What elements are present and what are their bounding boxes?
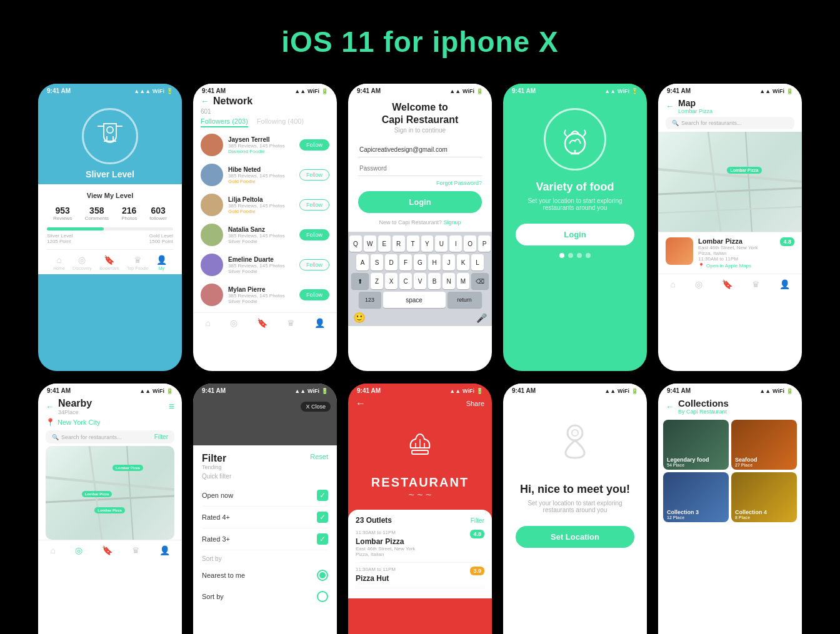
open-maps-link[interactable]: 📍 Open in Apple Maps: [698, 263, 775, 269]
back-arrow-2[interactable]: ←: [201, 96, 209, 106]
set-location-button[interactable]: Set Location: [516, 526, 634, 548]
key-p[interactable]: P: [478, 235, 491, 252]
emoji-key[interactable]: 🙂: [353, 312, 366, 324]
key-j[interactable]: J: [442, 254, 455, 270]
phone-silver-level: 9:41 AM ▲▲▲ WiFi 🔋 Sliver Level: [38, 84, 182, 371]
map-view: Lombar Pizza: [658, 132, 802, 232]
back-arrow-10[interactable]: ←: [666, 402, 674, 412]
nav-top-foodie[interactable]: ♛ Top Foodie: [127, 255, 149, 270]
key-r[interactable]: R: [392, 235, 405, 252]
nav-my-5[interactable]: 👤: [779, 279, 790, 289]
email-input[interactable]: [358, 142, 482, 157]
key-t[interactable]: T: [407, 235, 419, 252]
filter-link[interactable]: Filter: [154, 433, 168, 440]
nav-bk-6[interactable]: 🔖: [102, 545, 112, 555]
nav-home-6[interactable]: ⌂: [50, 545, 55, 555]
svg-point-19: [572, 430, 578, 436]
key-123[interactable]: 123: [359, 292, 381, 308]
nav-my-2[interactable]: 👤: [314, 318, 325, 328]
nav-my-label: My: [159, 266, 164, 270]
back-arrow-6[interactable]: ←: [46, 402, 54, 412]
key-v[interactable]: V: [414, 273, 426, 289]
nav-tf-6[interactable]: ♛: [132, 545, 140, 555]
key-l[interactable]: L: [471, 254, 484, 270]
key-return[interactable]: return: [448, 292, 482, 308]
nav-my[interactable]: 👤 My: [156, 255, 167, 270]
nav-tf-2[interactable]: ♛: [287, 318, 295, 328]
collection-item-1[interactable]: Legendary food 54 Place: [663, 420, 729, 470]
nav-disc-6[interactable]: ◎: [75, 545, 82, 555]
key-i[interactable]: I: [449, 235, 462, 252]
nav-tf-5[interactable]: ♛: [752, 279, 760, 289]
share-button[interactable]: Share: [466, 400, 484, 407]
collection-item-4[interactable]: Collection 4 8 Place: [731, 472, 797, 522]
key-g[interactable]: G: [414, 254, 426, 270]
key-x[interactable]: X: [385, 273, 398, 289]
avatar: [201, 134, 223, 156]
key-h[interactable]: H: [428, 254, 441, 270]
follow-button[interactable]: Follow: [299, 259, 329, 270]
follow-button[interactable]: Follow: [299, 169, 329, 181]
radio-nearest[interactable]: [317, 570, 328, 581]
filter-icon[interactable]: ≡: [169, 401, 174, 412]
nav-disc-5[interactable]: ◎: [695, 279, 702, 289]
key-s[interactable]: S: [371, 254, 383, 270]
nav-bk-2[interactable]: 🔖: [257, 318, 268, 328]
key-space[interactable]: space: [383, 292, 446, 308]
phone-filter: 9:41 AM ▲▲ WiFi 🔋 X Close Filter Tending…: [193, 384, 337, 634]
login-button-4[interactable]: Login: [516, 224, 634, 245]
nav-my-6[interactable]: 👤: [159, 545, 170, 555]
back-arrow-5[interactable]: ←: [666, 101, 674, 111]
key-e[interactable]: E: [378, 235, 391, 252]
nav-home-2[interactable]: ⌂: [205, 318, 210, 328]
reset-button[interactable]: Reset: [310, 453, 328, 460]
collection-item-2[interactable]: Seafood 27 Place: [731, 420, 797, 470]
follow-button[interactable]: Follow: [299, 289, 329, 300]
phone-variety: 9:41 AM ▲▲ WiFi 🔋: [503, 84, 647, 371]
nav-bk-5[interactable]: 🔖: [722, 279, 732, 289]
nav-home-5[interactable]: ⌂: [670, 279, 675, 289]
key-c[interactable]: C: [399, 273, 412, 289]
follow-button[interactable]: Follow: [299, 199, 329, 211]
key-z[interactable]: Z: [371, 273, 383, 289]
checkbox-rated3[interactable]: ✓: [317, 533, 328, 545]
key-k[interactable]: K: [457, 254, 469, 270]
password-input[interactable]: [358, 161, 482, 176]
checkbox-open-now[interactable]: ✓: [317, 490, 328, 501]
back-arrow-8[interactable]: ←: [356, 398, 366, 409]
key-a[interactable]: A: [356, 254, 369, 270]
nearby-search[interactable]: 🔍 Search for restaurants... Filter: [46, 430, 174, 443]
key-o[interactable]: O: [464, 235, 476, 252]
stats-row: 953 Reviews 358 Comments 216 Photos 603 …: [47, 206, 173, 221]
key-d[interactable]: D: [385, 254, 398, 270]
tab-followers[interactable]: Followers (203): [201, 117, 248, 127]
follow-button[interactable]: Follow: [299, 229, 329, 240]
key-f[interactable]: F: [399, 254, 412, 270]
list-item: Mylan Pierre 385 Reviews, 145 Photos Sil…: [193, 280, 337, 310]
nav-home[interactable]: ⌂ Home: [53, 255, 65, 270]
tab-following[interactable]: Following (400): [257, 117, 304, 127]
nav-disc-2[interactable]: ◎: [230, 318, 238, 328]
key-u[interactable]: U: [435, 235, 448, 252]
mic-key[interactable]: 🎤: [476, 313, 487, 323]
radio-sortby[interactable]: [317, 591, 328, 602]
key-shift[interactable]: ⬆: [351, 273, 369, 289]
nav-discovery[interactable]: ◎ Discovery: [72, 255, 92, 270]
forgot-password-link[interactable]: Forgot Password?: [358, 180, 482, 186]
key-q[interactable]: Q: [349, 235, 362, 252]
key-n[interactable]: N: [442, 273, 455, 289]
follow-button[interactable]: Follow: [299, 139, 329, 151]
login-button[interactable]: Login: [358, 191, 482, 213]
nav-bookmark[interactable]: 🔖 Bookmark: [99, 255, 119, 270]
close-button[interactable]: X Close: [301, 402, 331, 412]
map-search[interactable]: 🔍 Search for restaurants...: [666, 117, 794, 129]
checkbox-rated4[interactable]: ✓: [317, 512, 328, 523]
key-y[interactable]: Y: [421, 235, 434, 252]
key-b[interactable]: B: [428, 273, 441, 289]
filter-link-8[interactable]: Filter: [471, 517, 484, 524]
collection-item-3[interactable]: Collection 3 12 Place: [663, 472, 729, 522]
key-delete[interactable]: ⌫: [471, 273, 489, 289]
signup-link[interactable]: Signup: [444, 219, 461, 225]
key-w[interactable]: W: [364, 235, 376, 252]
key-m[interactable]: M: [457, 273, 469, 289]
